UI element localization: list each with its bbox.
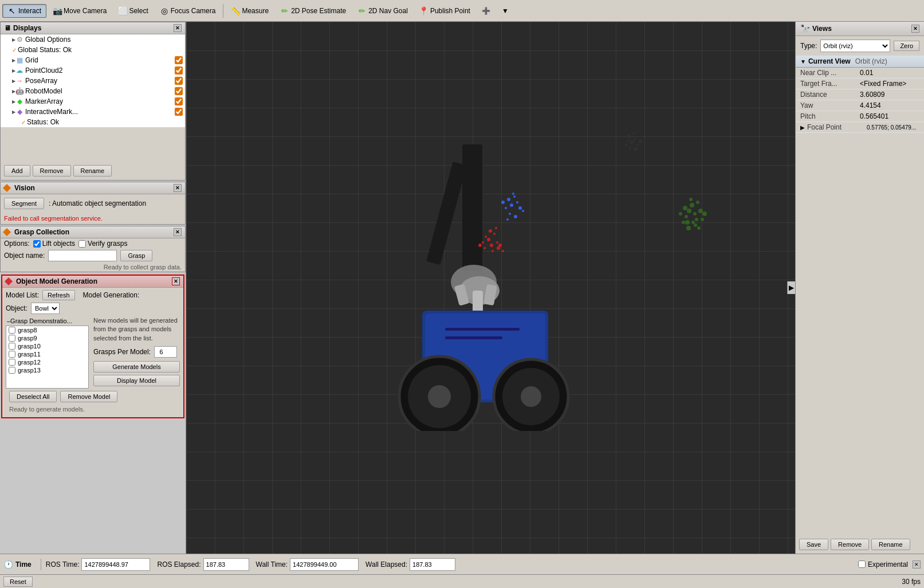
robotmodel-checkbox[interactable] — [175, 87, 183, 95]
current-view-header: ▼ Current View Orbit (rviz) — [796, 56, 924, 68]
tree-item-robotmodel[interactable]: ▶ 🤖 RobotModel — [1, 86, 185, 96]
tree-item-markerarray[interactable]: ▶ ◆ MarkerArray — [1, 96, 185, 107]
robot-icon: 🤖 — [15, 87, 23, 95]
grasp-close-button[interactable]: ✕ — [174, 228, 182, 236]
list-item[interactable]: grasp10 — [6, 342, 88, 350]
svg-rect-6 — [473, 291, 483, 313]
focus-camera-button[interactable]: ◎ Focus Camera — [155, 4, 221, 18]
measure-button[interactable]: 📏 Measure — [226, 4, 274, 18]
list-item[interactable]: grasp11 — [6, 350, 88, 358]
segment-button[interactable]: Segment — [4, 198, 44, 209]
refresh-button[interactable]: Refresh — [42, 290, 75, 300]
experimental-checkbox[interactable] — [858, 560, 866, 568]
grasps-per-model-input[interactable] — [154, 346, 177, 358]
time-bar: 🕐 Time ROS Time: ROS Elapsed: Wall Time:… — [0, 554, 924, 574]
lift-objects-checkbox[interactable] — [33, 240, 41, 248]
markerarray-checkbox[interactable] — [175, 97, 183, 105]
grasp9-label: grasp9 — [18, 335, 37, 342]
grid-checkbox[interactable] — [175, 56, 183, 64]
tree-item-grid[interactable]: ▶ ▦ Grid — [1, 55, 185, 65]
verify-grasps-checkbox[interactable] — [78, 240, 86, 248]
list-item[interactable]: grasp13 — [6, 366, 88, 374]
target-frame-value: <Fixed Frame> — [858, 80, 919, 88]
views-type-select[interactable]: Orbit (rviz) — [820, 40, 890, 52]
verify-grasps-label[interactable]: Verify grasps — [78, 240, 127, 248]
zero-button[interactable]: Zero — [894, 41, 919, 51]
object-row: Object: Bowl — [6, 303, 180, 314]
tree-item-global-status[interactable]: ✓ Global Status: Ok — [1, 45, 185, 55]
pose-array-icon: → — [15, 77, 23, 85]
posearray-checkbox[interactable] — [175, 77, 183, 85]
interactivemark-checkbox[interactable] — [175, 108, 183, 116]
properties-list: Near Clip ... 0.01 Target Fra... <Fixed … — [796, 68, 924, 133]
verify-grasps-text: Verify grasps — [88, 240, 127, 248]
tree-item-status-ok[interactable]: ✓ Status: Ok — [1, 117, 185, 127]
reset-button[interactable]: Reset — [3, 577, 33, 587]
expand-right-arrow[interactable]: ▶ — [787, 281, 795, 294]
model-content: Model List: Refresh Model Generation: Ob… — [2, 288, 183, 417]
2d-nav-button[interactable]: ✏ 2D Nav Goal — [352, 4, 413, 18]
save-button[interactable]: Save — [799, 539, 828, 550]
list-item[interactable]: grasp12 — [6, 358, 88, 366]
pointcloud2-checkbox[interactable] — [175, 66, 183, 75]
add-button[interactable]: Add — [4, 165, 30, 177]
fps-counter: 30 fps — [902, 578, 921, 586]
svg-point-21 — [625, 144, 627, 146]
object-name-input[interactable] — [48, 250, 117, 261]
time-close-button[interactable]: ✕ — [913, 560, 921, 569]
grasp-button[interactable]: Grasp — [120, 250, 152, 261]
tree-item-global-options[interactable]: ▶ ⚙ Global Options — [1, 34, 185, 45]
tree-item-pointcloud2[interactable]: ▶ ☁ PointCloud2 — [1, 65, 185, 76]
svg-point-52 — [478, 244, 482, 247]
tree-item-posearray[interactable]: ▶ → PoseArray — [1, 76, 185, 86]
svg-point-51 — [495, 227, 497, 229]
views-remove-button[interactable]: Remove — [831, 539, 869, 550]
rename-button[interactable]: Rename — [73, 165, 112, 177]
prop-near-clip: Near Clip ... 0.01 — [796, 68, 924, 79]
wall-time-input[interactable] — [290, 558, 359, 571]
segment-label: : Automatic object segmentation — [49, 199, 146, 207]
more-button[interactable]: ▼ — [497, 5, 514, 17]
3d-viewport[interactable]: ▶ — [186, 22, 795, 554]
select-button[interactable]: ⬜ Select — [113, 4, 153, 18]
grasp9-checkbox[interactable] — [9, 335, 15, 342]
grasp10-checkbox[interactable] — [9, 343, 15, 350]
ros-time-input[interactable] — [81, 558, 150, 571]
display-model-button[interactable]: Display Model — [93, 375, 180, 386]
generate-models-button[interactable]: Generate Models — [93, 361, 180, 373]
views-close-button[interactable]: ✕ — [911, 25, 919, 33]
publish-point-button[interactable]: 📍 Publish Point — [414, 4, 475, 18]
views-header: 🔭 Views ✕ — [796, 22, 924, 36]
lift-objects-label[interactable]: Lift objects — [33, 240, 75, 248]
2d-pose-button[interactable]: ✏ 2D Pose Estimate — [275, 4, 351, 18]
object-select[interactable]: Bowl — [31, 303, 60, 314]
tree-label: Global Options — [25, 36, 183, 44]
target-frame-label: Target Fra... — [800, 80, 858, 88]
camera-icon: 📷 — [53, 6, 62, 15]
model-close-button[interactable]: ✕ — [172, 277, 180, 285]
tree-label: Status: Ok — [27, 118, 183, 126]
displays-close-button[interactable]: ✕ — [174, 24, 182, 32]
views-type-row: Type: Orbit (rviz) Zero — [796, 36, 924, 56]
deselect-all-button[interactable]: Deselect All — [9, 391, 57, 402]
tree-item-interactivemark[interactable]: ▶ ◆ InteractiveMark... — [1, 107, 185, 117]
remove-button[interactable]: Remove — [33, 165, 71, 177]
svg-point-35 — [512, 193, 514, 195]
svg-point-29 — [510, 203, 513, 207]
move-camera-button[interactable]: 📷 Move Camera — [48, 4, 112, 18]
ros-elapsed-input[interactable] — [203, 558, 249, 571]
grasp13-checkbox[interactable] — [9, 367, 15, 374]
wall-elapsed-input[interactable] — [410, 558, 455, 571]
remove-model-button[interactable]: Remove Model — [60, 391, 117, 402]
interact-button[interactable]: ↖ Interact — [2, 4, 46, 18]
grasp12-checkbox[interactable] — [9, 359, 15, 366]
plus-button[interactable]: ➕ — [477, 5, 496, 17]
grasp11-checkbox[interactable] — [9, 351, 15, 358]
list-item[interactable]: grasp9 — [6, 334, 88, 342]
views-rename-button[interactable]: Rename — [871, 539, 910, 550]
focal-point-value: 0.57765; 0.05479... — [864, 124, 919, 131]
vision-close-button[interactable]: ✕ — [174, 184, 182, 192]
grasp8-checkbox[interactable] — [9, 327, 15, 334]
list-item[interactable]: grasp8 — [6, 326, 88, 334]
model-header: Object Model Generation ✕ — [2, 276, 183, 288]
